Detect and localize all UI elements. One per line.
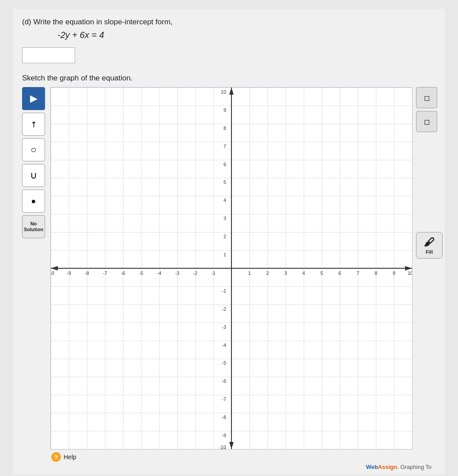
svg-text:2: 2 xyxy=(223,234,226,239)
svg-text:-9: -9 xyxy=(222,433,226,438)
svg-text:8: 8 xyxy=(223,126,226,131)
svg-text:-6: -6 xyxy=(222,378,226,384)
webassign-footer: WebAssign. Graphing To xyxy=(22,464,436,470)
svg-text:-3: -3 xyxy=(222,324,226,330)
svg-text:-1: -1 xyxy=(222,288,226,293)
sketch-label: Sketch the graph of the equation. xyxy=(22,74,436,83)
pointer-tool[interactable]: ▶ xyxy=(22,87,45,110)
equation-text: -2y + 6x = 4 xyxy=(57,30,104,40)
no-solution-label: No Solution xyxy=(24,221,43,232)
equation-display: -2y + 6x = 4 xyxy=(57,30,436,40)
svg-text:-5: -5 xyxy=(222,360,226,366)
svg-text:-8: -8 xyxy=(85,270,89,276)
svg-text:1: 1 xyxy=(223,252,226,257)
svg-text:-2: -2 xyxy=(222,306,226,312)
parabola-tool[interactable]: ∪ xyxy=(22,164,45,187)
svg-text:-5: -5 xyxy=(139,270,144,276)
point-tool[interactable]: ● xyxy=(22,190,45,213)
no-solution-tool[interactable]: No Solution xyxy=(22,215,45,238)
fill-icon: 🖌 xyxy=(424,236,435,248)
svg-text:-4: -4 xyxy=(222,343,226,348)
help-text: Help xyxy=(64,453,76,461)
svg-text:-9: -9 xyxy=(67,270,71,276)
svg-text:2: 2 xyxy=(266,270,269,276)
svg-text:7: 7 xyxy=(223,144,226,149)
svg-text:-10: -10 xyxy=(51,270,54,276)
svg-text:4: 4 xyxy=(223,198,226,203)
svg-text:10: 10 xyxy=(408,270,412,276)
svg-text:-7: -7 xyxy=(222,396,226,402)
graph-container[interactable]: -10 -9 -8 -7 -6 -5 -4 -3 -2 -1 1 2 3 4 xyxy=(50,87,413,449)
svg-text:5: 5 xyxy=(320,270,323,276)
svg-text:-10: -10 xyxy=(219,445,226,449)
part-label: (d) Write the equation in slope-intercep… xyxy=(22,18,436,27)
page-content: (d) Write the equation in slope-intercep… xyxy=(13,9,445,475)
fill-button[interactable]: 🖌 Fill xyxy=(416,232,443,259)
circle-icon: ○ xyxy=(30,144,36,156)
webassign-brand-assign: Assign xyxy=(378,464,397,470)
pointer-icon: ▶ xyxy=(30,93,38,104)
graph-area: ▶ ↗ ○ ∪ ● No Solution xyxy=(22,87,436,462)
svg-text:6: 6 xyxy=(338,270,341,276)
line-icon: ↗ xyxy=(28,118,39,130)
svg-text:-7: -7 xyxy=(103,270,107,276)
svg-text:4: 4 xyxy=(303,270,305,276)
svg-text:9: 9 xyxy=(393,270,395,276)
left-toolbar: ▶ ↗ ○ ∪ ● No Solution xyxy=(22,87,45,238)
help-icon: ? xyxy=(51,452,61,462)
svg-text:-1: -1 xyxy=(211,270,216,276)
svg-text:5: 5 xyxy=(223,179,226,185)
svg-text:-4: -4 xyxy=(157,270,162,276)
help-button[interactable]: ? Help xyxy=(51,452,76,462)
answer-input[interactable] xyxy=(22,47,75,63)
webassign-footer-text: . Graphing To xyxy=(397,464,432,470)
svg-text:6: 6 xyxy=(223,162,226,167)
svg-text:9: 9 xyxy=(223,107,226,113)
parabola-icon: ∪ xyxy=(30,170,37,181)
svg-text:7: 7 xyxy=(356,270,359,276)
svg-text:8: 8 xyxy=(375,270,377,276)
svg-text:10: 10 xyxy=(221,89,226,95)
fill-label: Fill xyxy=(426,249,433,255)
redo-button[interactable]: ◻ xyxy=(416,111,437,132)
svg-text:1: 1 xyxy=(248,270,251,276)
webassign-brand-wa: Web xyxy=(366,464,378,470)
right-toolbar: ◻ ◻ 🖌 Fill xyxy=(416,87,443,259)
svg-text:-6: -6 xyxy=(121,270,125,276)
point-icon: ● xyxy=(31,197,36,206)
graph-svg: -10 -9 -8 -7 -6 -5 -4 -3 -2 -1 1 2 3 4 xyxy=(51,88,412,449)
svg-text:-8: -8 xyxy=(222,415,226,420)
svg-text:3: 3 xyxy=(284,270,287,276)
undo-icon: ◻ xyxy=(424,94,430,102)
circle-tool[interactable]: ○ xyxy=(22,138,45,161)
svg-text:-2: -2 xyxy=(193,270,197,276)
undo-button[interactable]: ◻ xyxy=(416,87,437,108)
line-tool[interactable]: ↗ xyxy=(22,113,45,136)
svg-text:3: 3 xyxy=(223,216,226,221)
svg-text:-3: -3 xyxy=(175,270,179,276)
redo-icon: ◻ xyxy=(424,118,430,126)
